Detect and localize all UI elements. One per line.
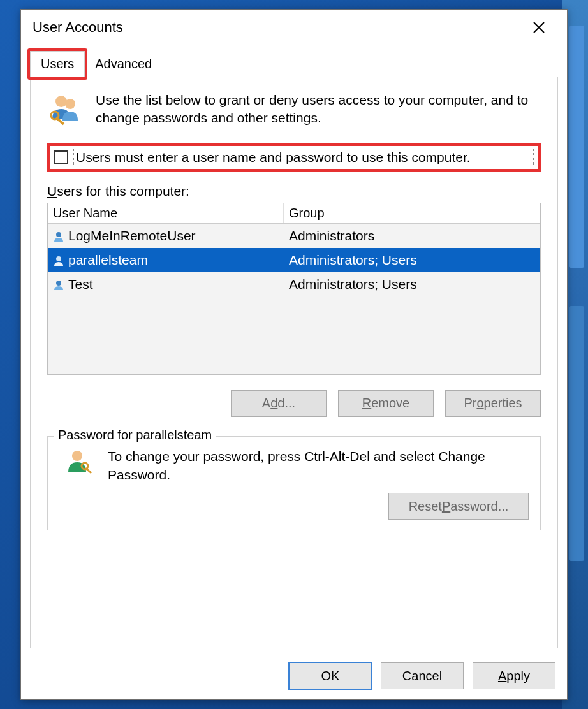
user-key-icon — [64, 447, 94, 476]
table-row[interactable]: parallelsteam Administrators; Users — [48, 248, 540, 272]
table-row[interactable]: LogMeInRemoteUser Administrators — [48, 224, 540, 248]
titlebar: User Accounts — [21, 10, 567, 45]
svg-point-6 — [56, 281, 61, 286]
user-name: Test — [68, 277, 93, 292]
svg-point-1 — [65, 99, 75, 109]
tab-body: Use the list below to grant or deny user… — [30, 77, 558, 648]
tab-advanced[interactable]: Advanced — [84, 51, 163, 77]
column-header-username[interactable]: User Name — [48, 203, 284, 223]
user-name: LogMeInRemoteUser — [68, 228, 196, 244]
password-instruction: To change your password, press Ctrl-Alt-… — [108, 447, 529, 485]
table-row[interactable]: Test Administrators; Users — [48, 272, 540, 296]
user-group: Administrators — [284, 227, 540, 245]
users-keys-icon — [47, 91, 82, 126]
cancel-label: Cancel — [402, 669, 442, 683]
close-icon — [533, 22, 545, 33]
user-icon — [53, 279, 64, 290]
dialog-button-row: OK Cancel Apply — [21, 656, 567, 699]
remove-button[interactable]: Remove — [338, 390, 434, 417]
cancel-button[interactable]: Cancel — [381, 662, 464, 689]
tab-users-label: Users — [41, 57, 74, 71]
users-list-header: User Name Group — [48, 203, 540, 224]
user-name: parallelsteam — [68, 252, 148, 268]
tab-advanced-label: Advanced — [95, 57, 152, 71]
require-login-label[interactable]: Users must enter a user name and passwor… — [73, 149, 534, 166]
require-login-row: Users must enter a user name and passwor… — [47, 143, 541, 172]
require-login-checkbox[interactable] — [54, 150, 68, 164]
ok-label: OK — [321, 669, 340, 683]
password-legend: Password for parallelsteam — [54, 428, 216, 442]
tab-users[interactable]: Users — [30, 51, 85, 77]
intro-row: Use the list below to grant or deny user… — [47, 91, 541, 128]
user-action-row: Add... Remove Properties — [47, 390, 541, 417]
intro-text: Use the list below to grant or deny user… — [96, 91, 541, 128]
user-accounts-dialog: User Accounts Users Advanced — [20, 9, 568, 700]
users-list-caption: Users for this computer: — [47, 184, 541, 199]
reset-password-button[interactable]: Reset Password... — [388, 493, 529, 520]
user-group: Administrators; Users — [284, 251, 540, 269]
tab-strip: Users Advanced — [21, 45, 567, 77]
svg-point-0 — [55, 96, 67, 107]
user-group: Administrators; Users — [284, 275, 540, 293]
svg-point-7 — [72, 451, 82, 461]
user-icon — [53, 254, 64, 266]
users-list: User Name Group LogMeInRemoteUser Admini… — [47, 203, 541, 375]
svg-point-5 — [56, 256, 61, 261]
add-button[interactable]: Add... — [231, 390, 327, 417]
close-button[interactable] — [520, 15, 558, 40]
password-groupbox: Password for parallelsteam To change you… — [47, 436, 541, 531]
properties-button[interactable]: Properties — [445, 390, 541, 417]
svg-point-4 — [56, 232, 61, 237]
dialog-title: User Accounts — [33, 19, 520, 36]
column-header-group[interactable]: Group — [284, 203, 540, 223]
ok-button[interactable]: OK — [289, 662, 372, 689]
user-icon — [53, 230, 64, 242]
apply-button[interactable]: Apply — [473, 662, 555, 689]
